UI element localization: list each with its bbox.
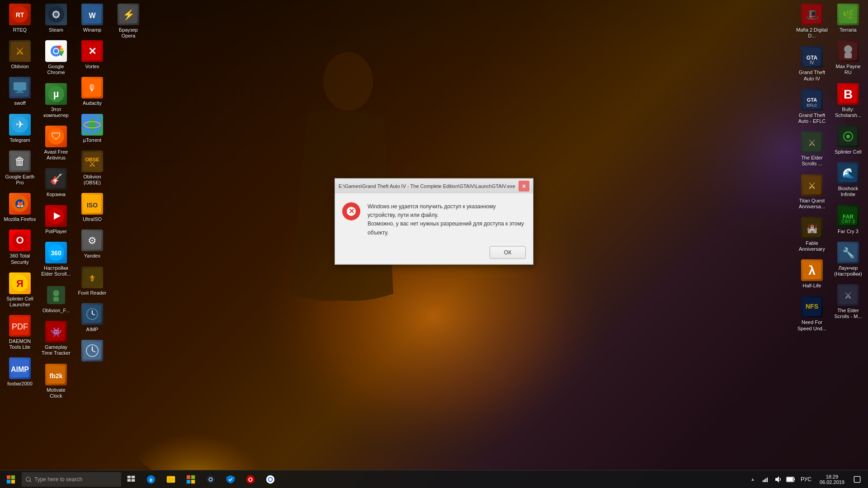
svg-rect-148 <box>763 480 764 482</box>
icon-ultraiso[interactable]: ISO UltraISO <box>74 190 110 225</box>
svg-text:🔧: 🔧 <box>842 247 855 259</box>
systray-battery-icon[interactable] <box>785 470 796 488</box>
clock-date: 06.02.2019 <box>820 479 844 485</box>
icon-elderscrolls[interactable]: ⚔ The Elder Scrolls ... <box>794 129 830 169</box>
icon-360[interactable]: 360 Настройки Elder Scroll... <box>38 239 74 280</box>
svg-rect-135 <box>168 481 172 481</box>
taskbar-steam-icon[interactable] <box>201 470 221 488</box>
icon-settings-elderscrolls[interactable]: ⚙ Yandex <box>74 227 110 262</box>
svg-point-35 <box>54 49 58 53</box>
icon-foobar[interactable]: fb2k Motivate Clock <box>38 361 74 402</box>
systray-expand-button[interactable]: ▲ <box>747 470 758 488</box>
icon-gtaiv[interactable]: GTA IV Grand Theft Auto IV <box>794 43 830 84</box>
icon-potplayer[interactable]: PotPlayer <box>38 202 74 237</box>
icon-mafia[interactable]: 🎩 Mafia 2:Digital D... <box>794 1 830 42</box>
icon-oblivionfix[interactable]: 🗡 Foxit Reader <box>74 264 110 299</box>
icon-daemon[interactable]: 👾 Gameplay Time Tracker <box>38 318 74 359</box>
svg-text:⚔: ⚔ <box>844 291 852 300</box>
icon-guitar[interactable]: 🎸 Корзина <box>38 165 74 200</box>
icon-audacity[interactable]: 🎙 Audacity <box>74 74 110 109</box>
taskbar-defender-icon[interactable] <box>221 470 241 488</box>
right-icon-column-2: 🌿 Terraria Max Payne RU B B <box>828 0 868 323</box>
svg-rect-127 <box>127 479 131 482</box>
icon-gtt[interactable]: AIMP <box>74 300 110 335</box>
svg-text:🗑: 🗑 <box>14 155 25 167</box>
svg-point-147 <box>269 478 272 480</box>
icon-splintercell[interactable]: Splinter Cell <box>830 123 866 158</box>
notification-center-button[interactable] <box>850 470 864 488</box>
svg-rect-122 <box>11 479 15 483</box>
systray-volume-icon[interactable] <box>773 470 783 488</box>
svg-text:EFLC: EFLC <box>807 103 817 108</box>
icon-oblivion[interactable]: ⚔ Oblivion <box>2 38 38 72</box>
icon-nfs[interactable]: NFS Need For Speed Und... <box>794 293 830 334</box>
taskbar-explorer-icon[interactable] <box>161 470 181 488</box>
svg-rect-156 <box>854 476 860 482</box>
icon-googlearth[interactable]: µTorrent <box>74 111 110 146</box>
start-button[interactable] <box>0 470 22 488</box>
icon-launcher[interactable]: 🔧 Лаунчер (Настройки) <box>830 239 866 280</box>
search-placeholder: Type here to search <box>34 476 82 483</box>
icon-utorrent[interactable]: µ Этот компьютер <box>38 80 74 121</box>
dialog-ok-button[interactable]: ОК <box>490 246 526 258</box>
svg-text:⚔: ⚔ <box>808 181 816 191</box>
taskbar-search[interactable]: Type here to search <box>22 472 121 487</box>
icon-winamp[interactable]: W Winamp <box>74 1 110 36</box>
svg-text:e: e <box>150 476 153 483</box>
icon-swoff[interactable]: ✕ Vortex <box>74 38 110 72</box>
task-view-button[interactable] <box>121 470 141 488</box>
svg-rect-138 <box>187 479 190 483</box>
icon-fable[interactable]: 🏰 Fable Anniversary <box>794 214 830 255</box>
svg-text:🗡: 🗡 <box>88 274 96 283</box>
dialog-message: Windows не удается получить доступ к ука… <box>368 202 526 237</box>
icon-halflife[interactable]: λ Half-Life <box>794 257 830 291</box>
svg-text:λ: λ <box>808 263 816 277</box>
svg-text:✕: ✕ <box>349 207 354 215</box>
icon-telegram[interactable]: ✈ Telegram <box>2 111 38 146</box>
svg-text:RT: RT <box>16 11 24 19</box>
icon-splinter-launcher[interactable]: Oblivion_F... <box>38 282 74 316</box>
dialog-close-button[interactable]: × <box>519 180 529 191</box>
taskbar-clock[interactable]: 18:29 06.02.2019 <box>816 470 848 488</box>
icon-maxpayne[interactable]: Max Payne RU <box>830 38 866 78</box>
svg-text:⚙: ⚙ <box>88 235 97 246</box>
svg-point-123 <box>26 477 30 481</box>
svg-text:🎩: 🎩 <box>806 9 819 21</box>
icon-korzina[interactable]: 🗑 Google Earth Pro <box>2 148 38 188</box>
icon-steam[interactable]: Steam <box>38 1 74 36</box>
icon-vortex[interactable]: ⚡ Браузер Opera <box>110 1 146 42</box>
icon-aimp[interactable]: AIMP foobar2000 <box>2 355 38 389</box>
taskbar-language-indicator[interactable]: РУС <box>798 476 814 483</box>
svg-text:⚡: ⚡ <box>123 9 135 21</box>
icon-bully[interactable]: B Bully: Scholarsh... <box>830 80 866 121</box>
taskbar-opera-icon[interactable]: O <box>241 470 260 488</box>
svg-rect-132 <box>167 476 170 478</box>
svg-rect-149 <box>764 479 765 482</box>
icon-rteq[interactable]: RT RTEQ <box>2 1 38 36</box>
taskbar-chrome-icon[interactable] <box>260 470 280 488</box>
taskbar-store-icon[interactable] <box>181 470 201 488</box>
svg-rect-133 <box>168 479 175 479</box>
icon-gtaeflc[interactable]: GTA EFLC Grand Theft Auto - EFLC <box>794 86 830 127</box>
svg-text:NFS: NFS <box>806 303 818 310</box>
icon-opera[interactable]: O 360 Total Security <box>2 227 38 267</box>
icon-chrome[interactable]: Google Chrome <box>38 38 74 78</box>
systray-network-icon[interactable] <box>760 470 771 488</box>
icon-obse[interactable]: OBSE ⚔ Oblivion (OBSE) <box>74 148 110 188</box>
icon-terraria[interactable]: 🌿 Terraria <box>830 1 866 36</box>
svg-text:👾: 👾 <box>51 327 62 338</box>
dialog-footer: ОК <box>335 242 533 264</box>
dialog-titlebar: E:\Games\Grand Theft Auto IV - The Compl… <box>335 179 533 193</box>
icon-avast[interactable]: 🛡 Avast Free Antivirus <box>38 123 74 164</box>
icon-yandex[interactable]: Я Splinter Cell Launcher <box>2 270 38 310</box>
taskbar-edge-icon[interactable]: e <box>141 470 161 488</box>
icon-farcry3[interactable]: FAR CRY 3 Far Cry 3 <box>830 202 866 237</box>
icon-foxit[interactable]: PDF DAEMON Tools Lite <box>2 312 38 353</box>
icon-bioshock[interactable]: 🌊 Bioshock Infinite <box>830 160 866 200</box>
icon-elderscrollsm[interactable]: ⚔ The Elder Scrolls - M... <box>830 282 866 322</box>
icon-computer[interactable]: swoff <box>2 74 38 109</box>
icon-firefox[interactable]: 🦊 Mozilla Firefox <box>2 190 38 225</box>
icon-motivate[interactable] <box>74 337 110 366</box>
svg-rect-139 <box>191 479 195 483</box>
icon-titanquest[interactable]: ⚔ Titan Quest Anniversa... <box>794 172 830 212</box>
